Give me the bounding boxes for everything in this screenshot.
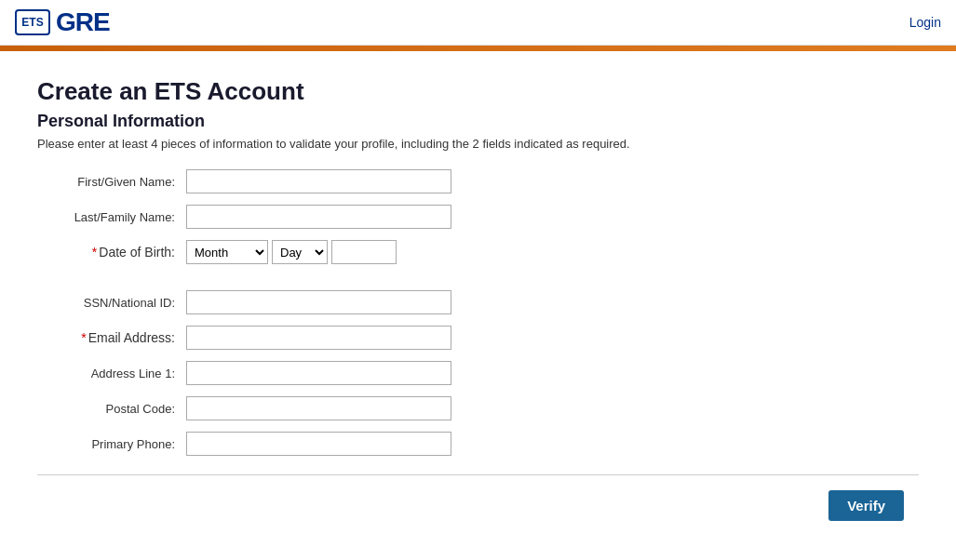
verify-button[interactable]: Verify — [828, 490, 904, 521]
first-name-input[interactable] — [186, 169, 451, 193]
email-required-star: * — [81, 330, 86, 345]
gre-logo: GRE — [56, 7, 110, 37]
email-label: Email Address: — [88, 330, 175, 345]
month-select[interactable]: MonthJanuaryFebruaryMarchAprilMayJuneJul… — [186, 240, 268, 264]
dob-label-area: * Date of Birth: — [37, 245, 186, 260]
section-title: Personal Information — [37, 112, 919, 131]
footer-actions: Verify — [37, 490, 919, 536]
last-name-input[interactable] — [186, 205, 451, 229]
logo-area: ETS GRE — [15, 7, 110, 37]
ets-logo: ETS — [15, 9, 50, 35]
year-input[interactable] — [331, 240, 397, 264]
postal-row: Postal Code: — [37, 396, 919, 420]
dob-label: Date of Birth: — [99, 245, 175, 260]
address-input[interactable] — [186, 361, 451, 385]
phone-input[interactable] — [186, 432, 451, 456]
account-form: First/Given Name: Last/Family Name: * Da… — [37, 169, 919, 456]
ssn-row: SSN/National ID: — [37, 290, 919, 314]
page-title: Create an ETS Account — [37, 77, 919, 106]
address-row: Address Line 1: — [37, 361, 919, 385]
dob-row: * Date of Birth: MonthJanuaryFebruaryMar… — [37, 240, 919, 264]
first-name-row: First/Given Name: — [37, 169, 919, 193]
last-name-row: Last/Family Name: — [37, 205, 919, 229]
dob-required-star: * — [92, 245, 97, 260]
phone-label: Primary Phone: — [37, 437, 186, 451]
last-name-label: Last/Family Name: — [37, 210, 186, 224]
ssn-label: SSN/National ID: — [37, 296, 186, 310]
email-row: * Email Address: — [37, 326, 919, 350]
day-select[interactable]: Day1234567891011121314151617181920212223… — [272, 240, 328, 264]
first-name-label: First/Given Name: — [37, 175, 186, 189]
postal-label: Postal Code: — [37, 402, 186, 416]
login-link[interactable]: Login — [909, 15, 941, 30]
divider — [37, 474, 919, 475]
email-input[interactable] — [186, 326, 451, 350]
postal-input[interactable] — [186, 396, 451, 420]
instructions-text: Please enter at least 4 pieces of inform… — [37, 137, 919, 151]
ssn-input[interactable] — [186, 290, 451, 314]
main-content: Create an ETS Account Personal Informati… — [0, 51, 956, 554]
site-header: ETS GRE Login — [0, 0, 956, 46]
dob-inputs: MonthJanuaryFebruaryMarchAprilMayJuneJul… — [186, 240, 397, 264]
address-label: Address Line 1: — [37, 367, 186, 380]
email-label-area: * Email Address: — [37, 330, 186, 345]
spacer — [37, 275, 919, 290]
phone-row: Primary Phone: — [37, 432, 919, 456]
